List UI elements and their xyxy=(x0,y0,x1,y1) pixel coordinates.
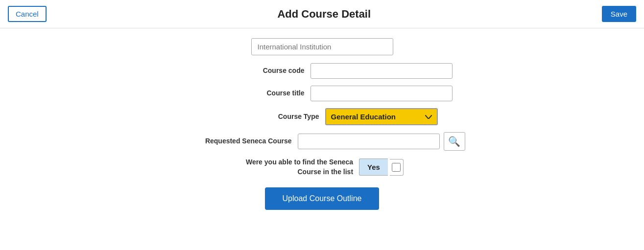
course-type-select[interactable]: General Education Core Elective Other xyxy=(325,108,438,125)
course-type-row: Course Type General Education Core Elect… xyxy=(0,108,644,125)
course-title-input[interactable] xyxy=(310,86,453,101)
course-code-label: Course code xyxy=(192,66,305,76)
find-seneca-row: Were you able to find the Seneca Course … xyxy=(0,158,644,177)
save-button[interactable]: Save xyxy=(602,6,636,22)
institution-row xyxy=(0,38,644,55)
find-seneca-label: Were you able to find the Seneca Course … xyxy=(240,158,353,177)
yes-toggle: Yes xyxy=(359,159,404,176)
institution-input[interactable] xyxy=(251,38,393,55)
yes-button[interactable]: Yes xyxy=(359,159,388,176)
search-icon: 🔍 xyxy=(448,136,460,147)
course-code-row: Course code xyxy=(0,63,644,79)
search-seneca-button[interactable]: 🔍 xyxy=(444,132,465,151)
course-code-input[interactable] xyxy=(310,63,453,79)
upload-row: Upload Course Outline xyxy=(0,187,644,210)
cancel-button[interactable]: Cancel xyxy=(8,6,47,22)
upload-button[interactable]: Upload Course Outline xyxy=(265,187,380,210)
yes-checkbox-input[interactable] xyxy=(392,163,401,172)
page-title: Add Course Detail xyxy=(47,8,602,21)
form-area: Course code Course title Course Type Gen… xyxy=(0,28,644,220)
seneca-course-input[interactable] xyxy=(298,134,440,149)
seneca-course-row: Requested Seneca Course 🔍 xyxy=(0,132,644,151)
seneca-inputs: 🔍 xyxy=(298,132,465,151)
course-type-label: Course Type xyxy=(207,112,319,122)
header: Cancel Add Course Detail Save xyxy=(0,0,644,28)
seneca-course-label: Requested Seneca Course xyxy=(179,136,292,146)
yes-checkbox-container xyxy=(390,159,404,176)
course-title-row: Course title xyxy=(0,86,644,101)
course-title-label: Course title xyxy=(192,89,305,98)
